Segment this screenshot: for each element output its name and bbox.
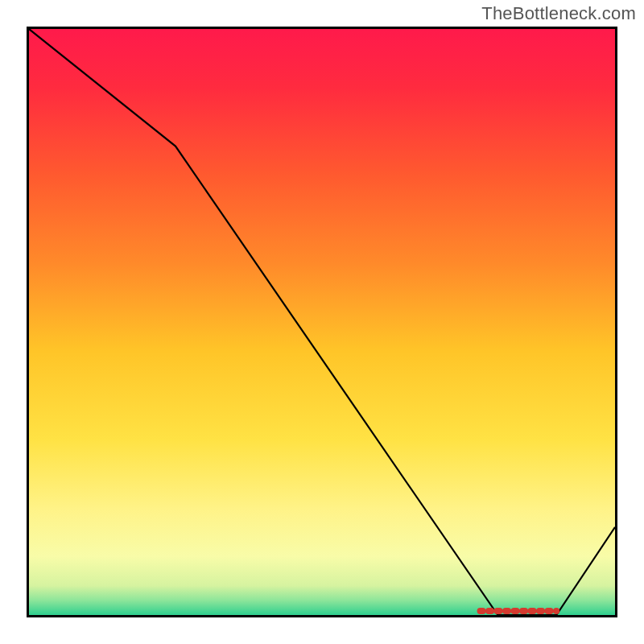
- watermark-text: TheBottleneck.com: [481, 3, 636, 24]
- gradient-rect: [29, 29, 615, 615]
- chart-frame: TheBottleneck.com: [0, 0, 644, 644]
- plot-area: [27, 27, 617, 617]
- chart-svg: [29, 29, 615, 615]
